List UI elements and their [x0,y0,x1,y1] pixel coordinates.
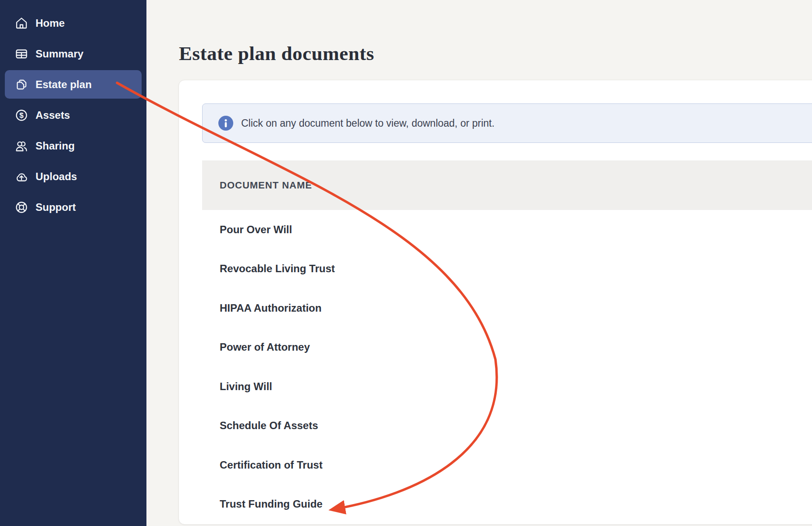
table-row[interactable]: Living Will [202,367,812,406]
sidebar: Home Summary Estate plan [0,0,146,526]
table-header: DOCUMENT NAME [202,160,812,210]
table-header-label: DOCUMENT NAME [220,180,312,191]
dollar-icon: $ [14,108,28,122]
sidebar-item-label: Home [36,17,65,29]
documents-table: DOCUMENT NAME Pour Over Will Revocable L… [202,160,812,524]
table-row[interactable]: Revocable Living Trust [202,249,812,289]
sidebar-item-label: Estate plan [36,78,92,91]
table-row[interactable]: Trust Funding Guide [202,485,812,524]
document-name: Revocable Living Trust [220,263,335,275]
documents-icon [14,78,28,92]
lifebuoy-icon [14,200,28,214]
sidebar-item-label: Summary [36,48,83,60]
page-title: Estate plan documents [179,42,374,65]
table-row[interactable]: Schedule Of Assets [202,406,812,446]
document-name: Schedule Of Assets [220,419,318,432]
info-banner: Click on any document below to view, dow… [202,103,812,143]
table-row[interactable]: Power of Attorney [202,328,812,367]
sidebar-item-label: Support [36,201,76,213]
sidebar-item-estate-plan[interactable]: Estate plan [5,70,142,99]
sidebar-item-support[interactable]: Support [5,193,142,221]
sidebar-item-label: Uploads [36,171,77,183]
document-name: Living Will [220,380,272,393]
sidebar-item-home[interactable]: Home [5,9,142,37]
svg-text:$: $ [19,111,24,120]
table-row[interactable]: HIPAA Authorization [202,288,812,328]
table-row[interactable]: Certification of Trust [202,445,812,485]
info-banner-text: Click on any document below to view, dow… [241,117,495,129]
sidebar-item-label: Assets [36,109,70,121]
table-row[interactable]: Pour Over Will [202,210,812,249]
home-icon [14,16,28,30]
cloud-upload-icon [14,170,28,184]
sidebar-item-sharing[interactable]: Sharing [5,132,142,160]
sidebar-item-label: Sharing [36,140,75,152]
document-name: Certification of Trust [220,459,323,471]
document-name: Power of Attorney [220,341,310,353]
info-icon [218,116,233,131]
documents-card: Click on any document below to view, dow… [178,80,812,525]
people-icon [14,139,28,153]
sidebar-item-uploads[interactable]: Uploads [5,162,142,191]
document-name: Trust Funding Guide [220,498,323,510]
document-name: HIPAA Authorization [220,302,321,314]
sidebar-item-summary[interactable]: Summary [5,39,142,68]
app-root: Home Summary Estate plan [0,0,812,526]
sidebar-item-assets[interactable]: $ Assets [5,101,142,129]
summary-icon [14,47,28,61]
document-name: Pour Over Will [220,224,292,236]
